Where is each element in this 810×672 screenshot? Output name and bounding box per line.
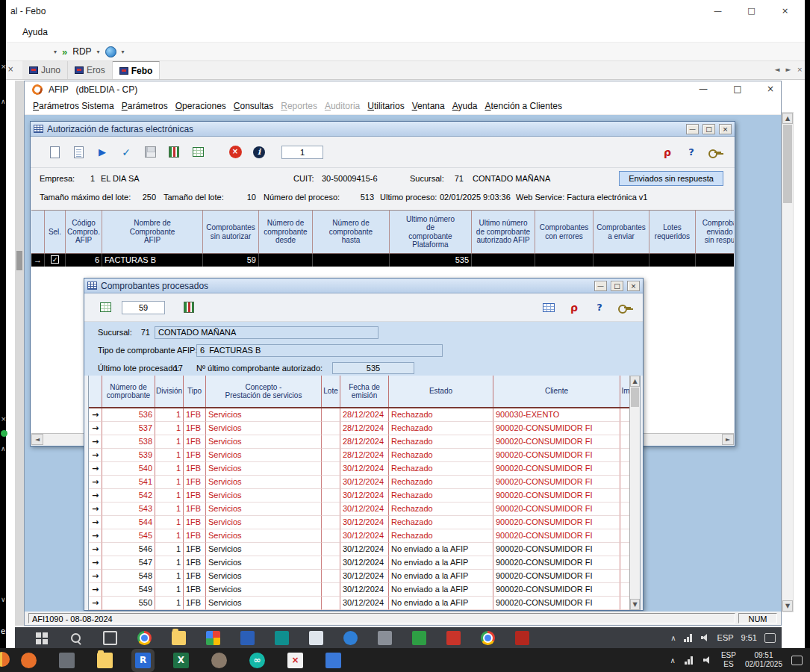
help-button[interactable]: ? (591, 299, 608, 317)
tab-juno[interactable]: Juno (22, 61, 68, 79)
chevron-up-icon[interactable]: ∧ (670, 656, 676, 665)
browser-app-icon[interactable] (481, 631, 495, 645)
proc-grid-row[interactable]: →54511FBServicios30/12/2024Rechazado9000… (89, 529, 640, 543)
minimize-button[interactable]: — (697, 84, 709, 94)
dropdown-icon[interactable]: ▾ (97, 49, 100, 55)
notification-center-icon[interactable] (764, 633, 776, 643)
menu-atención-a-clientes[interactable]: Atención a Clientes (482, 99, 566, 113)
export-excel-button[interactable] (96, 299, 114, 317)
edge-icon[interactable] (343, 631, 358, 645)
speaker-icon[interactable] (703, 656, 712, 664)
scroll-down-button[interactable]: ▼ (630, 599, 640, 610)
proc-grid-row[interactable]: →53711FBServicios28/12/2024Rechazado9000… (89, 422, 640, 435)
proc-grid-row[interactable]: →54311FBServicios30/12/2024Rechazado9000… (89, 503, 640, 516)
tab-eros[interactable]: Eros (68, 61, 113, 79)
new-button[interactable] (46, 143, 63, 161)
acrobat-icon[interactable] (515, 631, 529, 645)
maximize-button[interactable]: □ (611, 281, 623, 291)
help-button[interactable]: ? (682, 143, 700, 161)
chrome-icon[interactable] (137, 631, 152, 645)
proc-grid-row[interactable]: →54111FBServicios30/12/2024Rechazado9000… (89, 476, 640, 489)
document-app-icon[interactable] (309, 631, 323, 645)
proc-grid-row[interactable]: →55011FBServicios30/12/2024No enviado a … (89, 597, 640, 610)
app-window-icon[interactable] (378, 631, 392, 645)
language-indicator[interactable]: ESP ES (721, 651, 736, 669)
proc-grid-row[interactable]: →54711FBServicios30/12/2024No enviado a … (89, 556, 640, 570)
chevron-down-icon[interactable]: ∨ (1, 596, 6, 603)
photos-app-icon[interactable] (206, 631, 220, 645)
verify-button[interactable]: ✓ (117, 143, 135, 161)
auth-grid-selected-row[interactable]: →✓6FACTURAS B59535 (31, 254, 734, 267)
file-explorer-icon[interactable] (97, 653, 113, 668)
maximize-button[interactable]: □ (732, 84, 744, 94)
menu-utilitarios[interactable]: Utilitarios (364, 99, 408, 113)
mail-app-icon[interactable] (240, 631, 255, 645)
clock[interactable]: 09:51 02/01/2025 (745, 651, 782, 669)
connect-icon[interactable]: » (62, 46, 67, 57)
proc-grid-row[interactable]: →54011FBServicios30/12/2024Rechazado9000… (89, 462, 640, 476)
task-view-icon[interactable] (103, 631, 117, 645)
close-button[interactable]: × (768, 0, 802, 22)
scroll-down-button[interactable]: ▼ (782, 600, 793, 612)
menu-reportes[interactable]: Reportes (277, 99, 321, 113)
info-button[interactable]: i (250, 143, 268, 161)
rdp-mode-button[interactable]: RDP (72, 46, 91, 57)
ledger-button[interactable] (165, 143, 183, 161)
maximize-button[interactable]: □ (735, 0, 768, 22)
globe-icon[interactable] (105, 46, 116, 57)
count-field[interactable]: 59 (122, 301, 165, 314)
close-button[interactable]: × (719, 124, 732, 134)
access-button[interactable]: ρ (565, 299, 583, 317)
tab-close-button[interactable]: × (797, 66, 803, 73)
chevron-up-icon[interactable]: ∧ (1, 98, 6, 105)
maximize-button[interactable]: □ (702, 124, 715, 134)
red-x-app-icon[interactable]: × (287, 653, 303, 668)
gimp-icon[interactable] (211, 653, 227, 668)
proc-grid-row[interactable]: →53611FBServicios28/12/2024Rechazado9000… (89, 408, 640, 422)
proc-grid-row[interactable]: →53811FBServicios28/12/2024Rechazado9000… (89, 435, 640, 449)
run-process-button[interactable]: ▶ (93, 143, 111, 161)
firefox-icon[interactable] (21, 653, 37, 668)
sucursal-code-field[interactable]: 71 (443, 174, 464, 183)
enviados-sin-respuesta-button[interactable]: Enviados sin respuesta (619, 171, 723, 186)
process-number-field[interactable]: 1 (281, 146, 323, 159)
chevron-up-icon[interactable]: ∧ (670, 634, 676, 642)
scroll-up-button[interactable]: ▲ (782, 113, 793, 124)
close-icon[interactable]: × (1, 415, 7, 423)
store-app-icon[interactable] (275, 631, 289, 645)
start-icon[interactable] (34, 631, 49, 645)
menu-parámetros-sistema[interactable]: Parámetros Sistema (29, 99, 118, 113)
minimize-button[interactable]: — (686, 124, 699, 134)
scroll-right-button[interactable]: ► (722, 434, 734, 445)
clock[interactable]: 9:51 (741, 633, 757, 642)
export-excel-button[interactable] (189, 143, 207, 161)
file-explorer-icon[interactable] (172, 631, 186, 645)
grid-view-button[interactable] (540, 299, 558, 317)
tamano-max-field[interactable]: 250 (129, 193, 156, 202)
tools-button[interactable] (616, 299, 634, 317)
menu-ayuda[interactable]: Ayuda (22, 27, 48, 37)
minimize-button[interactable]: — (594, 281, 607, 291)
menu-ayuda[interactable]: Ayuda (449, 99, 482, 113)
red-app-icon[interactable] (446, 631, 461, 645)
calendar-app-icon[interactable] (412, 631, 426, 645)
tamano-field[interactable]: 10 (231, 193, 256, 202)
chevron-up-icon[interactable]: ∧ (1, 445, 6, 452)
scrollbar-thumb[interactable] (783, 125, 792, 203)
access-button[interactable]: ρ (658, 143, 676, 161)
proc-grid-row[interactable]: →54911FBServicios30/12/2024No enviado a … (89, 583, 640, 597)
teal-app-icon[interactable]: ∞ (249, 653, 265, 668)
dropdown-icon[interactable]: ▾ (122, 49, 125, 55)
scrollbar-track[interactable] (630, 408, 640, 599)
admin-tools-icon[interactable] (59, 653, 75, 668)
dropdown-icon[interactable]: ▾ (54, 49, 57, 55)
close-panel-button[interactable]: × (7, 65, 13, 73)
proc-grid-row[interactable]: →54611FBServicios30/12/2024No enviado a … (89, 543, 640, 556)
empresa-code-field[interactable]: 1 (74, 174, 95, 183)
search-icon[interactable] (69, 631, 83, 645)
scrollbar-track[interactable] (782, 204, 793, 600)
scrollbar-thumb[interactable] (16, 251, 22, 270)
tab-next-button[interactable]: ► (786, 66, 791, 73)
close-icon[interactable]: × (1, 63, 7, 70)
pen-app-icon[interactable] (325, 653, 341, 668)
